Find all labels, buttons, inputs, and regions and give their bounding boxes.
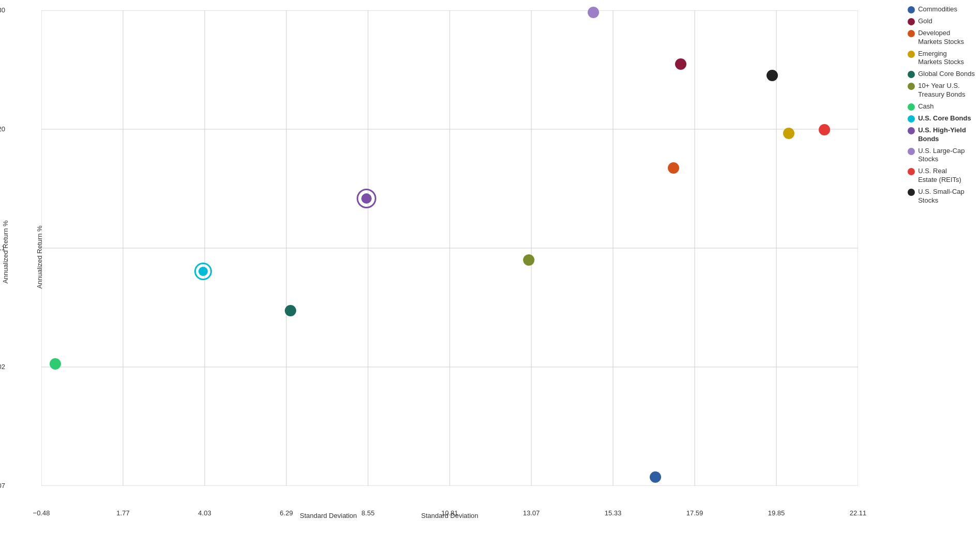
x-label-3: 6.29 bbox=[280, 509, 293, 517]
x-label-6: 13.07 bbox=[523, 509, 540, 517]
legend-dot-us-real-estate bbox=[908, 168, 915, 175]
legend-dot-commodities bbox=[908, 6, 915, 13]
legend-label-treasury-bonds: 10+ Year U.S.Treasury Bonds bbox=[918, 82, 965, 99]
legend-item-gold: Gold bbox=[908, 17, 975, 26]
chart-area: 11.30 8.20 5.11 2.02 −1.07 −0.48 1.77 4.… bbox=[41, 10, 858, 486]
x-label-1: 1.77 bbox=[116, 509, 129, 517]
data-point-global-core-bonds bbox=[285, 305, 296, 316]
legend-dot-us-core-bonds bbox=[908, 115, 915, 123]
x-label-10: 22.11 bbox=[850, 509, 867, 517]
data-point-emerging-markets bbox=[783, 128, 794, 139]
x-label-9: 19.85 bbox=[768, 509, 785, 517]
legend-dot-gold bbox=[908, 18, 915, 25]
y-axis-title: Annualized Return % bbox=[2, 220, 9, 283]
chart-grid bbox=[41, 10, 858, 486]
legend-dot-developed-markets bbox=[908, 30, 915, 37]
data-point-us-core-bonds bbox=[198, 267, 208, 276]
legend-label-gold: Gold bbox=[918, 17, 932, 26]
legend-label-global-core-bonds: Global Core Bonds bbox=[918, 70, 975, 79]
legend-label-developed-markets: DevelopedMarkets Stocks bbox=[918, 29, 964, 47]
data-point-us-high-yield-bonds bbox=[361, 193, 372, 204]
legend-item-cash: Cash bbox=[908, 102, 975, 111]
data-point-treasury-bonds bbox=[523, 254, 534, 266]
y-label-820: 8.20 bbox=[0, 125, 5, 133]
data-point-gold bbox=[675, 58, 686, 70]
legend-label-us-core-bonds: U.S. Core Bonds bbox=[918, 114, 971, 123]
legend-item-us-real-estate: U.S. RealEstate (REITs) bbox=[908, 167, 975, 185]
data-point-cash bbox=[50, 358, 61, 370]
legend-item-emerging-markets: EmergingMarkets Stocks bbox=[908, 50, 975, 67]
legend-dot-us-large-cap bbox=[908, 148, 915, 155]
legend-item-treasury-bonds: 10+ Year U.S.Treasury Bonds bbox=[908, 82, 975, 99]
legend-label-commodities: Commodities bbox=[918, 5, 957, 14]
chart-container: 11.30 8.20 5.11 2.02 −1.07 −0.48 1.77 4.… bbox=[0, 0, 980, 551]
legend-dot-global-core-bonds bbox=[908, 71, 915, 78]
legend-label-emerging-markets: EmergingMarkets Stocks bbox=[918, 50, 964, 67]
legend-label-cash: Cash bbox=[918, 102, 933, 111]
data-point-commodities bbox=[650, 471, 661, 483]
x-label-8: 17.59 bbox=[686, 509, 703, 517]
y-label-neg107: −1.07 bbox=[0, 482, 5, 489]
y-label-202: 2.02 bbox=[0, 363, 5, 371]
legend-item-global-core-bonds: Global Core Bonds bbox=[908, 70, 975, 79]
y-label-1130: 11.30 bbox=[0, 6, 5, 14]
legend-item-developed-markets: DevelopedMarkets Stocks bbox=[908, 29, 975, 47]
data-point-us-real-estate bbox=[819, 124, 830, 135]
x-label-2: 4.03 bbox=[198, 509, 211, 517]
y-axis-title-label: Annualized Return % bbox=[36, 225, 43, 288]
x-label-0: −0.48 bbox=[33, 509, 50, 517]
legend-dot-treasury-bonds bbox=[908, 83, 915, 90]
legend-item-us-small-cap: U.S. Small-CapStocks bbox=[908, 188, 975, 205]
legend-item-commodities: Commodities bbox=[908, 5, 975, 14]
x-label-7: 15.33 bbox=[605, 509, 622, 517]
x-axis-title: Standard Deviation bbox=[421, 512, 479, 519]
legend-dot-us-high-yield-bonds bbox=[908, 127, 915, 134]
data-point-us-small-cap bbox=[767, 70, 778, 81]
legend-label-us-real-estate: U.S. RealEstate (REITs) bbox=[918, 167, 961, 185]
x-axis-title-label: Standard Deviation bbox=[300, 512, 357, 519]
legend-item-us-large-cap: U.S. Large-CapStocks bbox=[908, 147, 975, 164]
legend-label-us-large-cap: U.S. Large-CapStocks bbox=[918, 147, 964, 164]
legend-dot-emerging-markets bbox=[908, 51, 915, 58]
x-label-4: 8.55 bbox=[361, 509, 374, 517]
data-point-developed-markets bbox=[668, 162, 679, 174]
legend-label-us-small-cap: U.S. Small-CapStocks bbox=[918, 188, 964, 205]
legend-dot-cash bbox=[908, 103, 915, 111]
data-point-us-large-cap bbox=[588, 7, 599, 18]
legend-item-us-core-bonds: U.S. Core Bonds bbox=[908, 114, 975, 123]
legend-label-us-high-yield-bonds: U.S. High-YieldBonds bbox=[918, 126, 966, 144]
legend-item-us-high-yield-bonds: U.S. High-YieldBonds bbox=[908, 126, 975, 144]
legend-dot-us-small-cap bbox=[908, 189, 915, 196]
chart-legend: Commodities Gold DevelopedMarkets Stocks… bbox=[908, 5, 975, 205]
